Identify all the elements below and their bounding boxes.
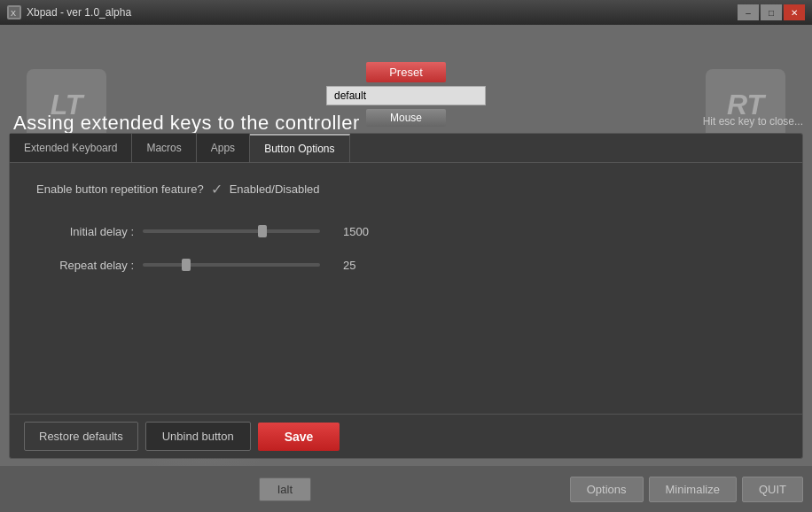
enabled-text: Enabled/Disabled bbox=[230, 182, 320, 196]
initial-delay-thumb[interactable] bbox=[258, 225, 267, 237]
mouse-button[interactable]: Mouse bbox=[366, 109, 446, 127]
minimalize-button[interactable]: Minimalize bbox=[649, 477, 737, 502]
repeat-delay-row: Repeat delay : 25 bbox=[36, 258, 776, 272]
repeat-delay-track bbox=[143, 258, 320, 272]
maximize-button[interactable]: □ bbox=[761, 4, 782, 20]
save-button[interactable]: Save bbox=[258, 423, 340, 451]
tabs: Extended Keyboard Macros Apps Button Opt… bbox=[10, 134, 802, 163]
title-bar-controls: – □ ✕ bbox=[738, 4, 805, 20]
panel-content: Enable button repetition feature? ✓ Enab… bbox=[10, 163, 802, 309]
ialt-button[interactable]: Ialt bbox=[259, 477, 311, 501]
tab-extended-keyboard[interactable]: Extended Keyboard bbox=[10, 134, 132, 162]
tab-button-options[interactable]: Button Options bbox=[250, 134, 349, 162]
close-button[interactable]: ✕ bbox=[784, 4, 805, 20]
tab-apps[interactable]: Apps bbox=[197, 134, 250, 162]
title-bar-title: Xbpad - ver 1.0_alpha bbox=[27, 6, 738, 19]
svg-text:X: X bbox=[11, 9, 16, 18]
footer-right: Options Minimalize QUIT bbox=[570, 477, 812, 502]
title-bar: X Xbpad - ver 1.0_alpha – □ ✕ bbox=[0, 0, 812, 25]
repeat-delay-slider-bg bbox=[143, 263, 320, 267]
panel: Extended Keyboard Macros Apps Button Opt… bbox=[9, 133, 803, 459]
repeat-delay-value: 25 bbox=[343, 259, 379, 272]
esc-hint: Hit esc key to close... bbox=[703, 115, 803, 128]
enable-row: Enable button repetition feature? ✓ Enab… bbox=[36, 181, 776, 198]
preset-dropdown: default preset1 preset2 bbox=[326, 86, 486, 105]
preset-button[interactable]: Preset bbox=[366, 62, 446, 82]
initial-delay-value: 1500 bbox=[343, 225, 379, 238]
initial-delay-row: Initial delay : 1500 bbox=[36, 224, 776, 238]
checkmark-icon: ✓ bbox=[211, 181, 223, 198]
tab-macros[interactable]: Macros bbox=[132, 134, 196, 162]
options-button[interactable]: Options bbox=[570, 477, 644, 502]
repeat-delay-label: Repeat delay : bbox=[36, 259, 134, 272]
app-icon: X bbox=[7, 5, 21, 19]
quit-button[interactable]: QUIT bbox=[742, 477, 803, 502]
minimize-button[interactable]: – bbox=[738, 4, 759, 20]
initial-delay-label: Initial delay : bbox=[36, 225, 134, 238]
rt-badge: RT bbox=[706, 69, 785, 140]
preset-select[interactable]: default preset1 preset2 bbox=[326, 86, 486, 105]
initial-delay-track bbox=[143, 224, 320, 238]
bottom-bar: Restore defaults Unbind button Save bbox=[10, 414, 802, 458]
unbind-button[interactable]: Unbind button bbox=[145, 422, 251, 451]
footer-center: Ialt bbox=[0, 477, 570, 501]
restore-defaults-button[interactable]: Restore defaults bbox=[24, 422, 138, 451]
initial-delay-slider-bg bbox=[143, 229, 320, 233]
repeat-delay-thumb[interactable] bbox=[182, 259, 191, 271]
enable-label: Enable button repetition feature? bbox=[36, 182, 204, 196]
footer-bar: Ialt Options Minimalize QUIT bbox=[0, 466, 812, 512]
app-body: LT RT Preset default preset1 preset2 Mou… bbox=[0, 25, 812, 512]
main-heading: Assing extended keys to the controller bbox=[13, 112, 360, 135]
